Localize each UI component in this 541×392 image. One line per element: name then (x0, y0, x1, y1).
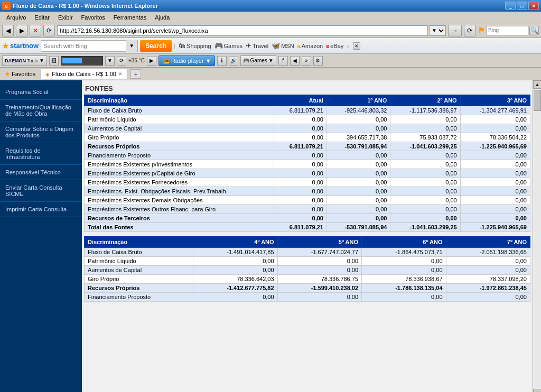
cell-ano5: 0,00 (277, 293, 361, 302)
radio-vol-btn[interactable]: 🔊 (229, 56, 238, 66)
new-tab-btn[interactable]: + (130, 69, 141, 79)
search-button[interactable]: Search (140, 40, 172, 52)
bing-search-btn[interactable]: 🔍 (529, 26, 539, 35)
scroll-up-btn[interactable]: ▲ (533, 80, 541, 89)
sidebar-item-responsavel[interactable]: Responsável Técnico (0, 165, 82, 180)
sidebar-item-enviar-carta[interactable]: Enviar Carta Consulta SICME (0, 180, 82, 202)
media-btn1[interactable]: 🖼 (49, 56, 59, 66)
play-btn[interactable]: ▶ (147, 56, 156, 66)
refresh-media-btn[interactable]: ⟳ (117, 56, 126, 66)
cell-ano2: 0,00 (390, 214, 460, 223)
scrollbar[interactable]: ▲ ▼ (533, 80, 541, 392)
go-button[interactable]: → (448, 25, 462, 36)
minimize-button[interactable]: _ (505, 2, 516, 10)
table1: Discriminação Atual 1º ANO 2º ANO 3º ANO… (84, 95, 530, 232)
stop-button[interactable]: ✕ (30, 25, 41, 36)
favorites-toggle[interactable]: ★ Favoritos (2, 69, 38, 78)
travel-item[interactable]: ✈ Travel (246, 42, 268, 50)
table-row: Recursos Próprios -1.412.677.775,82 -1.5… (85, 284, 530, 293)
search-input[interactable] (41, 42, 126, 50)
temp-label: +36 °C (128, 58, 145, 63)
toolbar2-close[interactable]: ✕ (353, 42, 360, 50)
sidebar-item-requisitos[interactable]: Requisitos de Infraestrutura (0, 143, 82, 165)
toolbar2-items: | 🛍 Shopping 🎮 Games ✈ Travel 🦋 MSN a Am… (174, 42, 360, 50)
cell-atual: 6.811.079,21 (274, 223, 327, 232)
daemon-icon: DAEMON (5, 58, 26, 63)
menu-exibir[interactable]: Exibir (54, 13, 77, 22)
t2-sep2: » (347, 43, 350, 49)
cell-ano7: 0,00 (446, 257, 530, 266)
cell-ano1: 0,00 (327, 214, 390, 223)
social-btn[interactable]: ◀ (290, 56, 300, 66)
shopping-item[interactable]: 🛍 Shopping (179, 42, 211, 50)
table-row: Aumentos de Capital 0,00 0,00 0,00 0,00 (85, 124, 530, 133)
cell-label: Recursos de Terceiros (85, 214, 274, 223)
settings-btn[interactable]: ⚙ (313, 56, 323, 66)
tab-close-btn[interactable]: ✕ (118, 71, 123, 77)
sidebar-item-programa-social[interactable]: Programa Social (0, 85, 82, 100)
menu-arquivo[interactable]: Arquivo (2, 13, 30, 22)
sidebar-item-comentar[interactable]: Comentar Sobre a Origem dos Produtos (0, 122, 82, 143)
cell-ano4: 0,00 (193, 293, 277, 302)
col-ano4: 4º ANO (193, 237, 277, 248)
cell-ano1: -530.791.085,94 (327, 223, 390, 232)
cell-ano2: 0,00 (390, 196, 460, 205)
ebay-item[interactable]: e eBay (326, 43, 343, 49)
cell-ano1: 0,00 (327, 187, 390, 196)
more-btn[interactable]: » (302, 56, 311, 66)
sidebar-item-treinamento[interactable]: Treinamento/Qualificação de Mão de Obra (0, 100, 82, 122)
daemon-label: Tools (27, 58, 38, 63)
close-button[interactable]: ✕ (528, 2, 539, 10)
back-button[interactable]: ◀ (2, 25, 14, 36)
daemon-toolbar: DAEMON Tools ▼ 🖼 ▼ ⟳ +36 °C ▶ 📻 Radio pl… (0, 54, 541, 68)
cell-ano2: 0,00 (390, 115, 460, 124)
refresh-btn2[interactable]: ⟳ (464, 25, 475, 36)
menu-ajuda[interactable]: Ajuda (151, 13, 174, 22)
daemon-button[interactable]: DAEMON Tools ▼ (2, 55, 47, 66)
cell-ano7: -1.972.861.238,45 (446, 284, 530, 293)
radio-info-btn[interactable]: ℹ (217, 56, 227, 66)
cell-label: Empréstimos. Exist. Obrigações Fiscais, … (85, 187, 274, 196)
menu-ferramentas[interactable]: Ferramentas (109, 13, 151, 22)
cell-atual: 0,00 (274, 124, 327, 133)
scroll-down-btn[interactable]: ▼ (533, 389, 541, 392)
cell-label: Fluxo de Caixa Bruto (85, 248, 193, 257)
address-input[interactable] (57, 25, 428, 36)
sidebar-item-imprimir[interactable]: Imprimir Carta Consulta (0, 202, 82, 217)
maximize-button[interactable]: □ (517, 2, 527, 10)
cell-atual: 0,00 (274, 133, 327, 142)
cell-label: Giro Próprio (85, 133, 274, 142)
address-dropdown[interactable]: ▼ (429, 25, 446, 36)
games-btn[interactable]: 🎮 Games ▼ (240, 55, 276, 66)
col-discriminacao-1: Discriminação (85, 95, 274, 106)
games-item[interactable]: 🎮 Games (214, 42, 242, 50)
table-row: Empréstimos Existentes p/Investimentos 0… (85, 160, 530, 169)
fb-btn[interactable]: f (278, 56, 288, 66)
menu-editar[interactable]: Editar (30, 13, 54, 22)
amazon-label: Amazon (302, 43, 323, 49)
cell-atual: 0,00 (274, 205, 327, 214)
table-row: Financiamento Proposto 0,00 0,00 0,00 0,… (85, 151, 530, 160)
cell-ano3: 78.336.504,22 (460, 133, 530, 142)
window-controls[interactable]: _ □ ✕ (505, 2, 539, 10)
scroll-thumb[interactable] (534, 90, 541, 111)
cell-ano1: 0,00 (327, 178, 390, 187)
menu-favoritos[interactable]: Favoritos (77, 13, 109, 22)
tab-icon: ◈ (45, 71, 50, 77)
cell-ano1: 0,00 (327, 124, 390, 133)
msn-item[interactable]: 🦋 MSN (272, 42, 294, 50)
tab-fluxo[interactable]: ◈ Fluxo de Caixa - R$ 1,00 ✕ (41, 69, 127, 79)
star-icon: ★ (2, 42, 9, 50)
window-title: Fluxo de Caixa - R$ 1,00 - Windows Inter… (13, 3, 158, 9)
cell-ano7: -2.051.198.336,65 (446, 248, 530, 257)
bing-input[interactable] (486, 26, 528, 35)
refresh-button[interactable]: ⟳ (43, 25, 55, 36)
forward-button[interactable]: ▶ (16, 25, 27, 36)
cell-ano3: -1.304.277.469,91 (460, 106, 530, 115)
radio-player-button[interactable]: 📻 Radio player ▼ (158, 55, 215, 66)
amazon-item[interactable]: a Amazon (297, 43, 323, 49)
search-box-dropdown[interactable]: ▼ (126, 40, 137, 52)
main-area: Programa Social Treinamento/Qualificação… (0, 80, 541, 392)
cell-ano4: -1.491.014.417,85 (193, 248, 277, 257)
media-select-btn[interactable]: ▼ (105, 56, 115, 66)
